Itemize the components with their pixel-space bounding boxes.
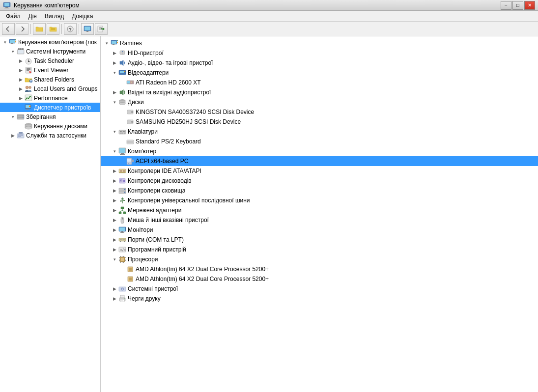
right-audio[interactable]: ▶ Аудіо-, відео- та ігрові пристрої [101, 58, 538, 68]
maximize-button[interactable]: □ [512, 1, 523, 10]
right-hid[interactable]: ▶ HID-пристрої [101, 48, 538, 58]
window-controls[interactable]: − □ ✕ [501, 1, 535, 10]
right-cpu1[interactable]: AMD Athlon(tm) 64 X2 Dual Core Processor… [101, 264, 538, 274]
back-button[interactable] [2, 23, 15, 35]
expand-storage[interactable]: ▾ [9, 113, 17, 121]
menu-help[interactable]: Довідка [68, 12, 97, 21]
right-acpi[interactable]: ACPI x64-based PC [101, 156, 538, 166]
svg-rect-89 [120, 133, 121, 134]
toolbar-export-button[interactable] [95, 23, 108, 35]
svg-rect-137 [124, 241, 125, 242]
tree-item-systools[interactable]: ▾ Системні інструменти [0, 47, 100, 56]
right-disk2[interactable]: SAMSUNG HD250HJ SCSI Disk Device [101, 117, 538, 127]
tree-item-devicemgr[interactable]: Диспетчер пристроїв [0, 103, 100, 112]
expand-storctrl[interactable]: ▶ [111, 187, 118, 195]
right-cpu2[interactable]: AMD Athlon(tm) 64 X2 Dual Core Processor… [101, 274, 538, 284]
svg-rect-69 [120, 71, 124, 73]
right-print[interactable]: ▶ Черги друку [101, 294, 538, 304]
expand-cpu[interactable]: ▾ [111, 255, 118, 263]
right-audio2[interactable]: ▶ Вхідні та вихідні аудіопристрої [101, 87, 538, 97]
expand-hid[interactable]: ▶ [111, 49, 118, 57]
expand-audio2[interactable]: ▶ [111, 88, 118, 96]
ide-icon [118, 167, 126, 175]
right-usb[interactable]: ▶ Контролери універсальної послідовної ш… [101, 196, 538, 205]
right-root[interactable]: ▾ Ramires [101, 38, 538, 48]
tree-item-root[interactable]: ▾ Керування комп'ютером (лок [0, 37, 100, 47]
right-monitors[interactable]: ▶ Монітори [101, 225, 538, 235]
right-sysdev[interactable]: ▶ Системні пристрої [101, 284, 538, 294]
minimize-button[interactable]: − [501, 1, 511, 10]
expand-root[interactable]: ▾ [1, 38, 9, 46]
right-storctrl[interactable]: ▶ Контролери сховища [101, 186, 538, 196]
expand-print[interactable]: ▶ [111, 295, 118, 303]
menu-action[interactable]: Дія [25, 12, 41, 21]
right-mouse-label: Миша й інші вказівні пристрої [128, 217, 209, 224]
expand-right-root[interactable]: ▾ [103, 39, 111, 47]
toolbar-help-button[interactable]: ? [64, 23, 77, 35]
services-icon [17, 132, 25, 140]
expand-localusers[interactable]: ▶ [17, 85, 25, 93]
tree-item-tasksched[interactable]: ▶ Task Scheduler [0, 56, 100, 65]
svg-rect-45 [17, 114, 24, 119]
right-net[interactable]: ▶ Мережеві адаптери [101, 205, 538, 215]
right-diskctrl[interactable]: ▶ Контролери дисководів [101, 176, 538, 186]
right-computer[interactable]: ▾ Комп'ютер [101, 146, 538, 156]
toolbar-monitor-button[interactable] [81, 23, 94, 35]
expand-video[interactable]: ▾ [111, 69, 118, 77]
svg-marker-67 [120, 60, 123, 66]
expand-sysdev[interactable]: ▶ [111, 285, 118, 293]
tree-item-diskmgr[interactable]: Керування дисками [0, 121, 100, 131]
right-sysdev-label: Системні пристрої [128, 285, 178, 292]
right-kb1[interactable]: Standard PS/2 Keyboard [101, 137, 538, 146]
expand-diskctrl[interactable]: ▶ [111, 177, 118, 185]
svg-point-133 [121, 239, 122, 240]
expand-performance[interactable]: ▶ [17, 94, 25, 102]
expand-progdev[interactable]: ▶ [111, 246, 118, 253]
right-video[interactable]: ▾ Відеоадаптери [101, 68, 538, 78]
right-ati[interactable]: ATI Radeon HD 2600 XT [101, 78, 538, 87]
expand-net[interactable]: ▶ [111, 206, 118, 214]
expand-systools[interactable]: ▾ [9, 48, 17, 56]
right-disks[interactable]: ▾ Диски [101, 97, 538, 107]
svg-rect-62 [117, 40, 118, 41]
expand-disks[interactable]: ▾ [111, 98, 118, 106]
expand-services[interactable]: ▶ [9, 132, 17, 140]
toolbar-folder2-button[interactable] [47, 23, 59, 35]
expand-mouse[interactable]: ▶ [111, 216, 118, 224]
tree-item-storage[interactable]: ▾ Зберігання [0, 112, 100, 121]
expand-keyboard[interactable]: ▾ [111, 128, 118, 136]
expand-tasksched[interactable]: ▶ [17, 57, 25, 65]
right-cpu[interactable]: ▾ Процес [101, 254, 538, 264]
close-button[interactable]: ✕ [524, 1, 535, 10]
right-keyboard[interactable]: ▾ Клавіатури [101, 127, 538, 137]
svg-point-77 [119, 103, 125, 105]
right-ports[interactable]: ▶ Порти (COM та LPT) [101, 235, 538, 245]
toolbar-sep-3 [79, 24, 79, 34]
expand-sharedfolders[interactable]: ▶ [17, 76, 25, 84]
svg-rect-128 [119, 227, 125, 231]
tree-item-eventviewer[interactable]: ▶ Event Viewer [0, 65, 100, 75]
menu-view[interactable]: Вигляд [41, 12, 68, 21]
tree-item-localusers[interactable]: ▶ Local Users and Groups [0, 84, 100, 93]
tree-item-services[interactable]: ▶ Служби та застосунки [0, 131, 100, 140]
expand-usb[interactable]: ▶ [111, 196, 118, 204]
expand-idectrl[interactable]: ▶ [111, 167, 118, 175]
tree-item-performance[interactable]: ▶ Performance [0, 93, 100, 103]
expand-monitors[interactable]: ▶ [111, 226, 118, 234]
expand-audio[interactable]: ▶ [111, 59, 118, 67]
forward-button[interactable] [16, 23, 28, 35]
menu-file[interactable]: Файл [2, 12, 25, 21]
main-container: ▾ Керування комп'ютером (лок ▾ [0, 36, 538, 392]
expand-eventviewer[interactable]: ▶ [17, 66, 25, 74]
tree-item-sharedfolders[interactable]: ▶ Shared Folders [0, 75, 100, 84]
right-idectrl[interactable]: ▶ Контролери IDE ATA/ATAPI [101, 166, 538, 176]
mouse-icon [118, 216, 126, 224]
right-usb-label: Контролери універсальної послідовної шин… [128, 197, 250, 204]
toolbar-folder-button[interactable] [33, 23, 46, 35]
expand-computer[interactable]: ▾ [111, 147, 118, 155]
right-disk1[interactable]: KINGSTON SA400S37240 SCSI Disk Device [101, 107, 538, 117]
right-progdev[interactable]: ▶ </> Програмний пристрій [101, 245, 538, 254]
expand-ports[interactable]: ▶ [111, 236, 118, 244]
svg-rect-79 [128, 111, 131, 113]
right-mouse[interactable]: ▶ Миша й інші вказівні пристрої [101, 215, 538, 225]
